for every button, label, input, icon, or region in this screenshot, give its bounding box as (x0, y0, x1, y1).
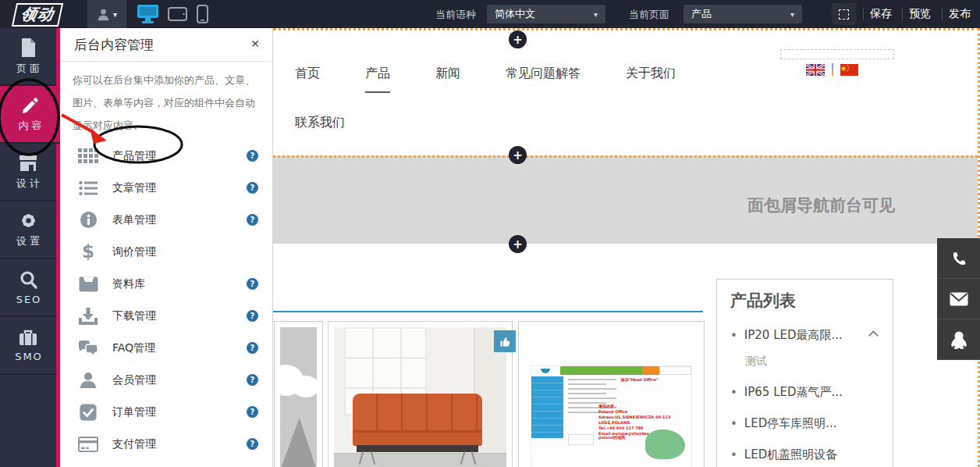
sidebar-item-seo[interactable]: SEO (0, 259, 56, 317)
sidebar-item-label: 设置 (13, 234, 43, 248)
mini-sidebar (531, 376, 563, 437)
content-menu: 产品管理 ? 文章管理 ? 表单管理 ? $ 询价管理 资料库 ? (60, 140, 272, 460)
mini-form-field (568, 434, 594, 445)
panel-header: 后台内容管理 ✕ (60, 28, 272, 62)
help-icon[interactable]: ? (247, 182, 258, 194)
tablet-view-button[interactable] (164, 2, 190, 26)
menu-item-label: 询价管理 (112, 245, 156, 259)
breadcrumb-banner[interactable]: 面包屑导航前台可见 (273, 155, 978, 244)
archive-icon (77, 276, 99, 292)
product-list-item[interactable]: IP65 LED蒸气严... (730, 385, 880, 400)
envelope-icon (950, 292, 968, 306)
menu-item-faq[interactable]: FAQ管理 ? (60, 332, 272, 364)
menu-item-products[interactable]: 产品管理 ? (60, 140, 272, 172)
nav-item-home[interactable]: 首页 (295, 65, 320, 82)
help-icon[interactable]: ? (247, 214, 258, 226)
product-list-item[interactable]: LED机盖照明设备 (730, 447, 880, 462)
panel-title: 后台内容管理 (74, 36, 154, 54)
nav-item-products[interactable]: 产品 (365, 65, 390, 82)
desktop-view-button[interactable] (134, 2, 161, 26)
sidebar-item-label: 内容 (16, 119, 45, 133)
language-select[interactable]: 简体中文 ▾ (487, 5, 605, 23)
menu-item-articles[interactable]: 文章管理 ? (60, 172, 272, 204)
add-section-button[interactable]: + (509, 235, 527, 253)
divider (832, 63, 833, 76)
nav-item-about[interactable]: 关于我们 (626, 65, 676, 82)
menu-item-quotes[interactable]: $ 询价管理 (60, 236, 272, 268)
menu-item-members[interactable]: 会员管理 ? (60, 364, 272, 396)
nav-item-news[interactable]: 新闻 (435, 65, 460, 82)
product-list-subitem[interactable]: 测试 (745, 355, 880, 369)
menu-item-forms[interactable]: 表单管理 ? (60, 204, 272, 236)
selection-mode-button[interactable] (832, 3, 856, 25)
floating-contact-bar (937, 238, 980, 360)
phone-view-button[interactable] (189, 2, 215, 26)
menu-item-label: 会员管理 (112, 373, 156, 387)
qq-penguin-icon (950, 330, 968, 349)
add-section-button[interactable]: + (509, 146, 527, 164)
tablet-icon (168, 7, 187, 21)
help-icon[interactable]: ? (247, 406, 258, 418)
china-flag-icon[interactable] (840, 64, 858, 76)
add-section-button[interactable]: + (509, 30, 527, 48)
product-card[interactable] (328, 321, 513, 467)
menu-item-payments[interactable]: 支付管理 ? (60, 428, 272, 460)
product-list-item[interactable]: IP20 LED最高限... (730, 328, 880, 343)
current-page-label: 当前页面 (629, 8, 669, 22)
sidebar-item-smo[interactable]: SMO (0, 317, 56, 375)
info-icon (77, 211, 99, 229)
sidebar-item-design[interactable]: 设计 (0, 144, 56, 201)
current-language-label: 当前语种 (435, 8, 476, 22)
help-icon[interactable]: ? (247, 150, 258, 162)
nav-item-faq[interactable]: 常见问题解答 (506, 65, 581, 82)
help-icon[interactable]: ? (247, 374, 258, 386)
desktop-icon (137, 4, 159, 24)
like-badge[interactable] (494, 330, 516, 352)
chat-bubbles-icon (77, 340, 99, 357)
sidebar-item-pages[interactable]: 页面 (0, 28, 56, 86)
help-icon[interactable]: ? (247, 342, 258, 354)
caret-down-icon: ▾ (790, 10, 794, 19)
uk-flag-icon[interactable] (806, 64, 825, 76)
gear-icon (19, 211, 38, 230)
preview-button[interactable]: 预览 (909, 7, 931, 21)
menu-item-downloads[interactable]: 下载管理 ? (60, 300, 272, 332)
close-icon[interactable]: ✕ (250, 37, 260, 50)
sofa-product-image (334, 327, 506, 467)
help-icon[interactable]: ? (247, 438, 258, 450)
product-list-title: 产品列表 (730, 290, 880, 312)
menu-item-label: 资料库 (112, 277, 145, 291)
product-card[interactable] (274, 321, 323, 467)
menu-item-label: 支付管理 (112, 437, 156, 451)
chevron-up-icon[interactable] (868, 330, 879, 340)
content-management-panel: 后台内容管理 ✕ 你可以在后台集中添加你的产品、文章、图片、表单等内容，对应的组… (60, 28, 273, 467)
menu-item-library[interactable]: 资料库 ? (60, 268, 272, 300)
divider (902, 8, 903, 20)
product-list-widget: 产品列表 IP20 LED最高限... 测试 IP65 LED蒸气严... LE… (716, 279, 893, 467)
user-menu-button[interactable]: ▾ (87, 0, 126, 28)
mini-logo (531, 366, 560, 375)
sidebar-items: 页面 内容 设计 设置 SEO SMO (0, 28, 56, 467)
product-card[interactable]: 添加"Head Office" 增加内容： Poland Office Adre… (518, 321, 705, 467)
empty-placeholder-box[interactable] (780, 49, 894, 59)
sidebar-item-label: 设计 (13, 176, 43, 191)
pencil-icon (21, 96, 40, 115)
sofa-shape (353, 394, 482, 457)
sidebar-item-content[interactable]: 内容 (0, 86, 60, 144)
publish-button[interactable]: 发布 (949, 7, 971, 21)
grid-icon (77, 148, 99, 164)
phone-contact-button[interactable] (937, 238, 980, 279)
dollar-icon: $ (77, 243, 99, 261)
menu-item-orders[interactable]: 订单管理 ? (60, 396, 272, 428)
nav-item-contact[interactable]: 联系我们 (295, 114, 345, 131)
topbar: 领动 ▾ 当前语种 简体中文 ▾ 当前页面 产品 ▾ 保存 预览 发布 (0, 0, 980, 28)
save-button[interactable]: 保存 (870, 7, 892, 21)
qq-contact-button[interactable] (937, 319, 980, 360)
help-icon[interactable]: ? (247, 310, 258, 322)
sidebar-item-settings[interactable]: 设置 (0, 201, 56, 259)
page-select[interactable]: 产品 ▾ (684, 5, 802, 23)
help-icon[interactable]: ? (247, 278, 258, 290)
menu-item-label: FAQ管理 (112, 341, 155, 355)
email-contact-button[interactable] (937, 279, 980, 319)
product-list-item[interactable]: LED停车库照明... (730, 416, 880, 431)
